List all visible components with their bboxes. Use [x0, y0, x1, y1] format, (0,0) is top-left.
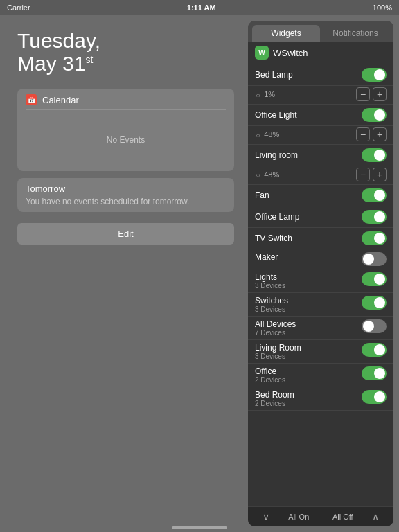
toggle-bed-lamp[interactable] [362, 68, 387, 82]
edit-button[interactable]: Edit [17, 223, 234, 245]
minus-btn-living-room[interactable]: − [356, 168, 370, 181]
wswitch-icon: W [255, 46, 269, 60]
bottom-bar: ∨ All On All Off ∧ [248, 506, 393, 526]
device-name-living-room: Living room [255, 150, 362, 160]
brightness-row-office-light: ☼ 48% − + [248, 126, 393, 145]
tab-bar: Widgets Notifications [248, 21, 393, 42]
group-row-office: Office 2 Devices [248, 364, 393, 387]
brightness-value-bed-lamp: 1% [264, 90, 353, 98]
plus-btn-office-light[interactable]: + [373, 127, 387, 141]
device-row-bed-lamp: Bed Lamp [248, 64, 393, 86]
carrier-text: Carrier [7, 3, 30, 12]
all-on-button[interactable]: All On [284, 511, 313, 522]
group-sub-lights: 3 Devices [255, 282, 362, 290]
device-name-bed-lamp: Bed Lamp [255, 70, 362, 80]
home-indicator [172, 526, 227, 529]
group-name-lights: Lights [255, 272, 362, 282]
status-bar: Carrier 1:11 AM 100% [0, 0, 399, 15]
wswitch-header: W WSwitch [248, 42, 393, 64]
device-name-fan: Fan [255, 190, 362, 200]
toggle-tv-switch[interactable] [362, 231, 387, 245]
group-name-switches: Switches [255, 296, 362, 305]
minus-btn-bed-lamp[interactable]: − [356, 87, 370, 101]
group-name-maker: Maker [255, 252, 362, 262]
right-panel: Widgets Notifications W WSwitch Bed Lamp… [248, 21, 393, 526]
group-row-lights: Lights 3 Devices [248, 269, 393, 293]
group-name-office: Office [255, 366, 362, 376]
brightness-icon-bed-lamp: ☼ [255, 91, 261, 98]
minus-btn-office-light[interactable]: − [356, 127, 370, 141]
group-row-all-devices: All Devices 7 Devices [248, 317, 393, 340]
plus-btn-living-room[interactable]: + [373, 168, 387, 181]
calendar-icon: 📅 [26, 94, 37, 105]
device-row-fan: Fan [248, 185, 393, 206]
group-name-living-room-g: Living Room [255, 343, 362, 353]
toggle-fan[interactable] [362, 188, 387, 202]
left-panel: Tuesday, May 31st 📅 Calendar No Events T… [0, 15, 248, 532]
group-row-bed-room: Bed Room 2 Devices [248, 387, 393, 411]
wswitch-label: WSwitch [273, 48, 308, 58]
group-sub-living-room-g: 3 Devices [255, 353, 362, 360]
device-name-tv-switch: TV Switch [255, 233, 362, 243]
tomorrow-section: Tomorrow You have no events scheduled fo… [17, 178, 234, 212]
divider [26, 109, 226, 110]
device-row-office-light: Office Light [248, 105, 393, 126]
device-row-tv-switch: TV Switch [248, 228, 393, 249]
main-area: Tuesday, May 31st 📅 Calendar No Events T… [0, 15, 399, 532]
tab-notifications[interactable]: Notifications [321, 25, 389, 42]
group-name-bed-room: Bed Room [255, 390, 362, 400]
toggle-bed-room[interactable] [362, 390, 387, 404]
group-row-living-room-g: Living Room 3 Devices [248, 340, 393, 364]
date-display: Tuesday, May 31st [17, 29, 234, 75]
plus-btn-bed-lamp[interactable]: + [373, 87, 387, 101]
brightness-value-living-room: 48% [264, 170, 353, 179]
group-sub-office: 2 Devices [255, 376, 362, 384]
brightness-row-living-room: ☼ 48% − + [248, 166, 393, 185]
date-line1: Tuesday, [17, 29, 234, 52]
chevron-up-icon[interactable]: ∧ [372, 511, 379, 522]
tomorrow-label: Tomorrow [26, 184, 226, 194]
group-sub-all-devices: 7 Devices [255, 329, 362, 337]
all-off-button[interactable]: All Off [328, 511, 357, 522]
calendar-header: 📅 Calendar [26, 94, 226, 105]
toggle-living-room[interactable] [362, 148, 387, 162]
calendar-label: Calendar [42, 95, 79, 105]
brightness-icon-office-light: ☼ [255, 131, 261, 139]
toggle-living-room-g[interactable] [362, 343, 387, 357]
device-name-office-light: Office Light [255, 110, 362, 120]
battery-text: 100% [373, 3, 392, 12]
toggle-office-light[interactable] [362, 108, 387, 122]
group-sub-switches: 3 Devices [255, 305, 362, 313]
toggle-all-devices[interactable] [362, 319, 387, 333]
brightness-value-office-light: 48% [264, 130, 353, 139]
device-row-office-lamp: Office Lamp [248, 206, 393, 228]
tomorrow-text: You have no events scheduled for tomorro… [26, 197, 226, 206]
brightness-row-bed-lamp: ☼ 1% − + [248, 86, 393, 105]
group-row-switches: Switches 3 Devices [248, 293, 393, 317]
time-text: 1:11 AM [187, 3, 216, 12]
group-sub-bed-room: 2 Devices [255, 400, 362, 407]
group-row-maker: Maker [248, 249, 393, 269]
toggle-switches[interactable] [362, 296, 387, 310]
widget-content: W WSwitch Bed Lamp ☼ 1% − + Office Light [248, 42, 393, 506]
calendar-section: 📅 Calendar No Events [17, 89, 234, 171]
brightness-icon-living-room: ☼ [255, 171, 261, 179]
group-name-all-devices: All Devices [255, 319, 362, 329]
device-name-office-lamp: Office Lamp [255, 212, 362, 222]
chevron-down-icon[interactable]: ∨ [263, 511, 269, 522]
toggle-office[interactable] [362, 366, 387, 380]
date-line2: May 31st [17, 52, 234, 75]
device-row-living-room: Living room [248, 145, 393, 166]
tab-widgets[interactable]: Widgets [252, 25, 320, 42]
no-events-text: No Events [26, 114, 226, 166]
toggle-maker[interactable] [362, 252, 387, 266]
toggle-office-lamp[interactable] [362, 210, 387, 224]
toggle-lights[interactable] [362, 272, 387, 286]
